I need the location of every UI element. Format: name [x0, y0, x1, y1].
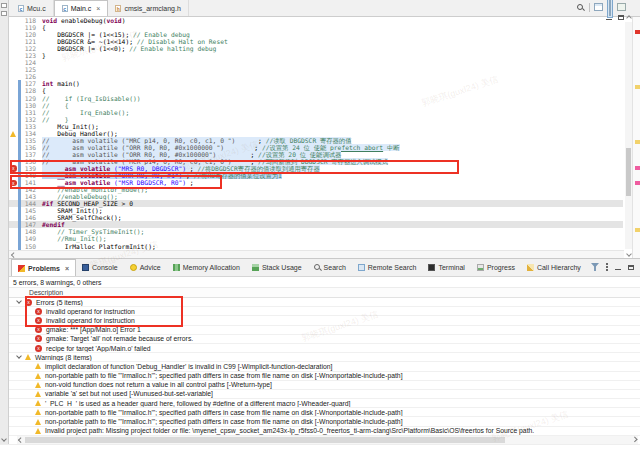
scroll-up-icon[interactable]: [626, 15, 632, 21]
code-editor[interactable]: 118void enableDebug(void)119{120 DBGDSCR…: [9, 17, 623, 250]
tab-terminal[interactable]: Terminal: [422, 259, 470, 276]
problem-row[interactable]: xgmake: Target 'all' not remade because …: [9, 335, 640, 344]
problem-row[interactable]: non-portable path to file "'Irmalloc.h'"…: [9, 372, 640, 381]
tab-advice[interactable]: Advice: [124, 259, 167, 276]
error-marker-icon[interactable]: x: [10, 165, 17, 172]
overview-warning-mark[interactable]: [635, 228, 640, 232]
chevron-down-icon[interactable]: [16, 353, 22, 359]
editor-tab-cmsis_armclang.h[interactable]: hcmsis_armclang.h: [108, 0, 188, 16]
search-icon[interactable]: [576, 3, 585, 12]
problem-row[interactable]: non-portable path to file "'Irmalloc.h'"…: [9, 417, 640, 426]
problem-row[interactable]: xgmake: *** [App/Main.o] Error 1: [9, 326, 640, 335]
code-line-124[interactable]: 124: [9, 59, 623, 66]
tab-memory-allocation[interactable]: Memory Allocation: [167, 259, 246, 276]
overview-ruler[interactable]: [632, 17, 640, 258]
problem-row[interactable]: variable 'a' set but not used [-Wunused-…: [9, 390, 640, 399]
code-line-145[interactable]: 145 SRAM_Init();: [9, 207, 623, 214]
problem-row[interactable]: non-void function does not return a valu…: [9, 381, 640, 390]
code-line-119[interactable]: 119{: [9, 24, 623, 31]
error-icon: x: [35, 326, 42, 333]
tab-call-hierarchy[interactable]: Call Hierarchy: [521, 259, 587, 276]
code-line-132[interactable]: 132// }: [9, 116, 623, 123]
code-line-141[interactable]: x141 __asm volatile ("MSR DBGDSCR, R0") …: [9, 179, 623, 186]
line-number: 130: [21, 102, 38, 109]
code-line-133[interactable]: 133 Mcu_Init();: [9, 123, 623, 130]
code-line-138[interactable]: 138// __asm volatile ("MCR p14, 0, R0, c…: [9, 158, 623, 165]
code-line-125[interactable]: 125: [9, 66, 623, 73]
tab-stack-usage[interactable]: Stack Usage: [246, 259, 308, 276]
tab-problems[interactable]: Problems×: [11, 259, 76, 276]
close-icon[interactable]: ×: [96, 5, 100, 12]
close-icon[interactable]: ×: [65, 265, 69, 272]
code-line-139[interactable]: x139 __asm volatile ("MRS R0, DBGDSCR") …: [9, 165, 623, 172]
overview-warning-mark[interactable]: [635, 85, 640, 89]
code-line-128[interactable]: 128{: [9, 87, 623, 94]
problem-row[interactable]: implicit declaration of function 'Debug_…: [9, 362, 640, 371]
problem-row[interactable]: xinvalid operand for instruction: [9, 307, 640, 316]
code-line-136[interactable]: 136// __asm volatile ("ORR R0, R0, #0x10…: [9, 144, 623, 151]
problem-row[interactable]: xrecipe for target 'App/Main.o' failed: [9, 344, 640, 353]
minimized-view-bar[interactable]: [0, 0, 9, 451]
overview-error-mark[interactable]: [635, 181, 640, 185]
chevron-down-icon[interactable]: [16, 298, 22, 304]
description-column-header[interactable]: Description: [9, 288, 640, 298]
editor-vertical-scrollbar[interactable]: [625, 22, 632, 249]
overview-error-mark[interactable]: [635, 30, 640, 34]
view-menu-icon[interactable]: [606, 263, 608, 271]
code-line-142[interactable]: 142 //enable_monitor_mode();: [9, 186, 623, 193]
code-line-143[interactable]: 143 //enableDebug();: [9, 193, 623, 200]
problem-row[interactable]: non-portable path to file "'Irmalloc.h'"…: [9, 408, 640, 417]
tab-search[interactable]: Search: [308, 259, 352, 276]
code-line-147[interactable]: 147#endif: [9, 221, 623, 228]
code-line-146[interactable]: 146 SRAM_SelfCheck();: [9, 214, 623, 221]
code-line-121[interactable]: 121 DBGDSCR &= ~(1<<14); // Disable Halt…: [9, 38, 623, 45]
scroll-down-icon[interactable]: [626, 251, 632, 257]
chevron-down-icon[interactable]: [1, 436, 7, 442]
code-line-135[interactable]: 135// __asm volatile ("MRC p14, 0, R0, c…: [9, 137, 623, 144]
code-line-131[interactable]: 131// Irq_Enable();: [9, 109, 623, 116]
problems-horizontal-scrollbar[interactable]: [17, 436, 638, 444]
code-line-137[interactable]: 137// __asm volatile ("ORR R0, R0, #0x10…: [9, 151, 623, 158]
code-line-127[interactable]: 127int main(): [9, 80, 623, 87]
open-perspective-icon[interactable]: [594, 3, 603, 11]
problem-row[interactable]: Invalid project path: Missing project fo…: [9, 427, 640, 436]
editor-horizontal-scrollbar[interactable]: [9, 250, 624, 258]
editor-tab-mcu.c[interactable]: cMcu.c: [11, 0, 54, 16]
code-line-126[interactable]: 126: [9, 73, 623, 80]
problems-group-error[interactable]: xErrors (5 items): [9, 298, 640, 307]
code-line-129[interactable]: 129// if (Irq_IsDisable()): [9, 95, 623, 102]
filter-icon[interactable]: [591, 263, 599, 271]
code-line-120[interactable]: 120 DBGDSCR |= (1<<15); // Enable debug: [9, 31, 623, 38]
scroll-left-icon[interactable]: [11, 252, 16, 257]
tab-console[interactable]: Console: [76, 259, 124, 276]
code-line-123[interactable]: 123}: [9, 52, 623, 59]
problem-row[interactable]: '_PLC_H_' is used as a header guard here…: [9, 399, 640, 408]
code-line-140[interactable]: 140 __asm volatile ("ORR R0, R0, #1") ; …: [9, 172, 623, 179]
code-line-150[interactable]: 150 IrMalloc_PlatformInit();: [9, 243, 623, 250]
scroll-left-icon[interactable]: [18, 437, 23, 442]
editor-tab-main.c[interactable]: cMain.c×: [54, 0, 109, 16]
code-line-134[interactable]: 134 Debug_Handler();: [9, 130, 623, 137]
code-line-144[interactable]: 144#if SECOND_HEAP_SIZE > 0: [9, 200, 623, 207]
scroll-right-icon[interactable]: [632, 437, 637, 442]
minimize-icon[interactable]: [615, 269, 621, 270]
scrollbar-thumb[interactable]: [25, 437, 505, 443]
code-line-149[interactable]: 149 //Rmu_Init();: [9, 235, 623, 242]
error-marker-icon[interactable]: x: [10, 180, 17, 187]
restore-view-icon[interactable]: [1, 3, 7, 8]
problems-group-warning[interactable]: Warnings (8 items): [9, 353, 640, 362]
scrollbar-thumb[interactable]: [626, 148, 631, 196]
code-line-118[interactable]: 118void enableDebug(void): [9, 17, 623, 24]
maximize-icon[interactable]: [628, 265, 634, 270]
tab-remote-search[interactable]: Remote Search: [352, 259, 423, 276]
code-line-122[interactable]: 122 DBGDSCR |= (1<<0); // Enable halting…: [9, 45, 623, 52]
tab-progress[interactable]: Progress: [471, 259, 521, 276]
bottom-tabs: Problems×ConsoleAdviceMemory AllocationS…: [11, 259, 587, 276]
overview-error-mark[interactable]: [635, 166, 640, 170]
code-line-148[interactable]: 148 // Timer_SysTimeInit();: [9, 228, 623, 235]
debug-perspective-icon[interactable]: [617, 3, 626, 11]
code-line-130[interactable]: 130// {: [9, 102, 623, 109]
problem-row[interactable]: xinvalid operand for instruction: [9, 316, 640, 325]
overview-warning-mark[interactable]: [635, 140, 640, 144]
minimized-view-icon[interactable]: [1, 11, 7, 16]
